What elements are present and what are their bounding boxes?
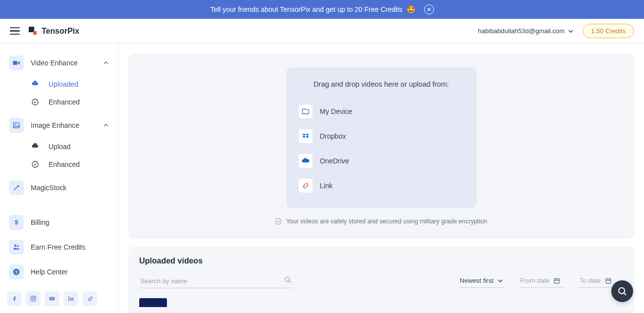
search-input[interactable]: [139, 274, 293, 288]
banner-close-button[interactable]: [424, 4, 434, 14]
tiktok-link[interactable]: [82, 291, 97, 306]
chevron-up-icon: [103, 60, 109, 66]
search-help-icon: [617, 286, 628, 297]
sidebar-magicstock[interactable]: MagicStock: [6, 175, 112, 200]
svg-point-18: [276, 218, 282, 224]
upload-link[interactable]: Link: [298, 173, 465, 198]
sidebar-billing[interactable]: $ Billing: [6, 210, 112, 235]
menu-toggle-button[interactable]: [10, 27, 20, 35]
facebook-link[interactable]: [7, 291, 22, 306]
link-icon: [298, 178, 313, 193]
dollar-icon: $: [9, 215, 24, 230]
brand-name: TensorPix: [42, 27, 79, 36]
image-icon: [9, 118, 24, 133]
sidebar-image-enhance[interactable]: Image Enhance: [6, 113, 112, 138]
video-thumbnail[interactable]: [139, 298, 167, 307]
header: TensorPix habibabdullah53d@gmail.com 1.5…: [0, 19, 644, 44]
upload-my-device[interactable]: My Device: [298, 99, 465, 124]
drop-title: Drag and drop videos here or upload from…: [298, 80, 465, 88]
tiktok-icon: [86, 295, 93, 302]
svg-rect-16: [68, 298, 69, 301]
sidebar-video-enhanced[interactable]: Enhanced: [29, 93, 112, 111]
search-icon: [284, 276, 292, 284]
sidebar-image-upload[interactable]: Upload: [29, 138, 112, 156]
upload-card: Drag and drop videos here or upload from…: [128, 53, 634, 239]
svg-rect-2: [13, 61, 17, 65]
linkedin-link[interactable]: [63, 291, 78, 306]
instagram-link[interactable]: [26, 291, 41, 306]
svg-rect-1: [33, 31, 37, 35]
security-note: Your videos are safely stored and secure…: [275, 218, 487, 225]
user-menu[interactable]: habibabdullah53d@gmail.com: [478, 27, 574, 35]
uploaded-videos-card: Uploaded videos Newest first From date T…: [128, 247, 634, 313]
svg-text:?: ?: [15, 270, 18, 275]
people-icon: [9, 240, 24, 255]
dropbox-icon: [298, 129, 313, 144]
onedrive-icon: [298, 154, 313, 168]
content-area: Drag and drop videos here or upload from…: [118, 44, 644, 313]
svg-rect-21: [606, 279, 611, 283]
sort-dropdown[interactable]: Newest first: [459, 275, 504, 288]
upload-dropbox[interactable]: Dropbox: [298, 124, 465, 149]
sidebar-video-enhance[interactable]: Video Enhance: [6, 51, 112, 75]
calendar-icon: [605, 277, 612, 284]
help-fab-button[interactable]: [611, 280, 633, 302]
sidebar-earn-credits[interactable]: Earn Free Credits: [6, 235, 112, 260]
banner-emoji: 🤩: [407, 5, 415, 13]
credits-badge[interactable]: 1.50 Credits: [583, 24, 634, 38]
user-email-text: habibabdullah53d@gmail.com: [478, 27, 565, 35]
from-date-input[interactable]: From date: [519, 275, 564, 288]
sidebar-image-enhanced[interactable]: Enhanced: [29, 156, 112, 173]
svg-point-9: [17, 245, 18, 247]
chevron-up-icon: [103, 122, 109, 128]
uploaded-videos-title: Uploaded videos: [139, 257, 623, 265]
help-icon: ?: [9, 264, 24, 279]
check-circle-icon: [32, 99, 40, 105]
svg-point-19: [285, 277, 290, 282]
instagram-icon: [30, 295, 37, 302]
svg-point-8: [14, 245, 16, 247]
chevron-down-icon: [568, 28, 574, 34]
drop-zone[interactable]: Drag and drop videos here or upload from…: [286, 67, 477, 208]
video-icon: [9, 55, 24, 70]
social-links: [6, 291, 112, 306]
svg-point-5: [15, 124, 16, 125]
sidebar-help-center[interactable]: ? Help Center: [6, 260, 112, 284]
promo-banner: Tell your friends about TensorPix and ge…: [0, 0, 644, 19]
sidebar: Video Enhance Uploaded Enhanced Image: [0, 44, 118, 313]
close-icon: [427, 7, 431, 11]
facebook-icon: [11, 295, 18, 302]
svg-point-22: [619, 288, 625, 294]
svg-text:$: $: [15, 219, 18, 226]
linkedin-icon: [67, 295, 74, 302]
wand-icon: [9, 180, 24, 195]
youtube-link[interactable]: [45, 291, 59, 306]
folder-icon: [298, 104, 313, 119]
svg-point-17: [68, 296, 69, 297]
chevron-down-icon: [497, 278, 503, 284]
svg-point-6: [32, 161, 38, 167]
upload-onedrive[interactable]: OneDrive: [298, 149, 465, 173]
svg-point-14: [34, 297, 35, 298]
cloud-upload-icon: [32, 81, 40, 88]
check-circle-icon: [32, 161, 40, 168]
youtube-icon: [49, 295, 55, 302]
svg-rect-20: [554, 279, 559, 283]
cloud-icon: [32, 143, 40, 150]
logo-icon: [29, 27, 38, 36]
banner-text: Tell your friends about TensorPix and ge…: [210, 5, 402, 13]
calendar-icon: [553, 277, 560, 284]
svg-point-13: [32, 298, 35, 300]
shield-check-icon: [275, 218, 282, 225]
svg-point-3: [32, 99, 38, 105]
brand-logo[interactable]: TensorPix: [29, 27, 79, 36]
sidebar-video-uploaded[interactable]: Uploaded: [29, 75, 112, 93]
